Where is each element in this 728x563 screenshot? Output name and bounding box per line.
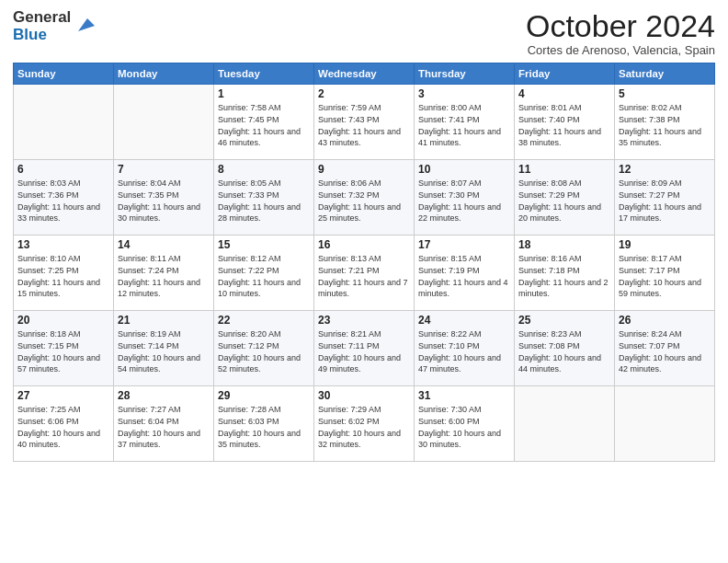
day-detail: Sunrise: 7:29 AM Sunset: 6:02 PM Dayligh… (318, 404, 410, 450)
day-number: 6 (17, 163, 109, 176)
day-number: 17 (418, 238, 510, 251)
day-number: 30 (318, 389, 410, 402)
location-subtitle: Cortes de Arenoso, Valencia, Spain (526, 43, 715, 57)
col-friday: Friday (515, 63, 615, 85)
day-detail: Sunrise: 7:27 AM Sunset: 6:04 PM Dayligh… (118, 404, 210, 450)
day-number: 18 (518, 238, 610, 251)
day-number: 22 (218, 314, 310, 327)
calendar-cell: 19Sunrise: 8:17 AM Sunset: 7:17 PM Dayli… (615, 236, 715, 311)
calendar-cell (14, 85, 114, 160)
calendar-cell: 11Sunrise: 8:08 AM Sunset: 7:29 PM Dayli… (515, 160, 615, 236)
calendar-cell: 7Sunrise: 8:04 AM Sunset: 7:35 PM Daylig… (114, 160, 214, 236)
calendar-cell: 24Sunrise: 8:22 AM Sunset: 7:10 PM Dayli… (415, 311, 515, 386)
col-wednesday: Wednesday (314, 63, 415, 85)
calendar-week-2: 6Sunrise: 8:03 AM Sunset: 7:36 PM Daylig… (14, 160, 715, 236)
col-sunday: Sunday (14, 63, 114, 85)
day-number: 11 (518, 163, 610, 176)
day-detail: Sunrise: 8:21 AM Sunset: 7:11 PM Dayligh… (318, 328, 410, 374)
header: General Blue October 2024 Cortes de Aren… (13, 9, 715, 57)
calendar-cell (515, 386, 615, 462)
calendar-cell: 22Sunrise: 8:20 AM Sunset: 7:12 PM Dayli… (214, 311, 314, 386)
svg-marker-0 (78, 18, 95, 31)
col-thursday: Thursday (415, 63, 515, 85)
logo-icon (74, 15, 95, 35)
day-detail: Sunrise: 8:02 AM Sunset: 7:38 PM Dayligh… (619, 102, 711, 148)
calendar-cell: 27Sunrise: 7:25 AM Sunset: 6:06 PM Dayli… (14, 386, 114, 462)
logo-general: General (13, 9, 71, 27)
day-detail: Sunrise: 8:19 AM Sunset: 7:14 PM Dayligh… (118, 328, 210, 374)
calendar-cell: 26Sunrise: 8:24 AM Sunset: 7:07 PM Dayli… (615, 311, 715, 386)
day-number: 12 (619, 163, 711, 176)
day-detail: Sunrise: 7:28 AM Sunset: 6:03 PM Dayligh… (218, 404, 310, 450)
calendar-cell: 15Sunrise: 8:12 AM Sunset: 7:22 PM Dayli… (214, 236, 314, 311)
day-number: 28 (118, 389, 210, 402)
calendar-cell: 12Sunrise: 8:09 AM Sunset: 7:27 PM Dayli… (615, 160, 715, 236)
calendar-cell: 29Sunrise: 7:28 AM Sunset: 6:03 PM Dayli… (214, 386, 314, 462)
day-number: 2 (318, 87, 410, 100)
day-detail: Sunrise: 8:08 AM Sunset: 7:29 PM Dayligh… (518, 178, 610, 224)
calendar-week-3: 13Sunrise: 8:10 AM Sunset: 7:25 PM Dayli… (14, 236, 715, 311)
calendar-cell: 9Sunrise: 8:06 AM Sunset: 7:32 PM Daylig… (314, 160, 415, 236)
title-area: October 2024 Cortes de Arenoso, Valencia… (526, 9, 715, 57)
calendar-cell: 16Sunrise: 8:13 AM Sunset: 7:21 PM Dayli… (314, 236, 415, 311)
calendar-cell: 28Sunrise: 7:27 AM Sunset: 6:04 PM Dayli… (114, 386, 214, 462)
calendar-cell: 5Sunrise: 8:02 AM Sunset: 7:38 PM Daylig… (615, 85, 715, 160)
day-detail: Sunrise: 8:09 AM Sunset: 7:27 PM Dayligh… (619, 178, 711, 224)
col-saturday: Saturday (615, 63, 715, 85)
day-number: 4 (518, 87, 610, 100)
day-number: 24 (418, 314, 510, 327)
calendar-cell: 25Sunrise: 8:23 AM Sunset: 7:08 PM Dayli… (515, 311, 615, 386)
day-number: 15 (218, 238, 310, 251)
day-detail: Sunrise: 7:58 AM Sunset: 7:45 PM Dayligh… (218, 102, 310, 148)
day-number: 10 (418, 163, 510, 176)
day-detail: Sunrise: 8:05 AM Sunset: 7:33 PM Dayligh… (218, 178, 310, 224)
day-detail: Sunrise: 8:01 AM Sunset: 7:40 PM Dayligh… (518, 102, 610, 148)
day-number: 3 (418, 87, 510, 100)
day-detail: Sunrise: 8:20 AM Sunset: 7:12 PM Dayligh… (218, 328, 310, 374)
day-detail: Sunrise: 8:03 AM Sunset: 7:36 PM Dayligh… (17, 178, 109, 224)
calendar-cell: 1Sunrise: 7:58 AM Sunset: 7:45 PM Daylig… (214, 85, 314, 160)
day-number: 23 (318, 314, 410, 327)
calendar-cell: 31Sunrise: 7:30 AM Sunset: 6:00 PM Dayli… (415, 386, 515, 462)
day-detail: Sunrise: 8:06 AM Sunset: 7:32 PM Dayligh… (318, 178, 410, 224)
day-detail: Sunrise: 8:15 AM Sunset: 7:19 PM Dayligh… (418, 253, 510, 299)
day-detail: Sunrise: 8:04 AM Sunset: 7:35 PM Dayligh… (118, 178, 210, 224)
calendar-week-5: 27Sunrise: 7:25 AM Sunset: 6:06 PM Dayli… (14, 386, 715, 462)
day-number: 25 (518, 314, 610, 327)
col-tuesday: Tuesday (214, 63, 314, 85)
logo-blue: Blue (13, 27, 71, 44)
calendar-week-4: 20Sunrise: 8:18 AM Sunset: 7:15 PM Dayli… (14, 311, 715, 386)
calendar-cell: 8Sunrise: 8:05 AM Sunset: 7:33 PM Daylig… (214, 160, 314, 236)
col-monday: Monday (114, 63, 214, 85)
calendar-cell (615, 386, 715, 462)
day-detail: Sunrise: 8:13 AM Sunset: 7:21 PM Dayligh… (318, 253, 410, 299)
month-title: October 2024 (526, 9, 715, 43)
calendar-cell: 23Sunrise: 8:21 AM Sunset: 7:11 PM Dayli… (314, 311, 415, 386)
calendar-cell: 3Sunrise: 8:00 AM Sunset: 7:41 PM Daylig… (415, 85, 515, 160)
day-detail: Sunrise: 7:30 AM Sunset: 6:00 PM Dayligh… (418, 404, 510, 450)
calendar-week-1: 1Sunrise: 7:58 AM Sunset: 7:45 PM Daylig… (14, 85, 715, 160)
calendar-cell: 13Sunrise: 8:10 AM Sunset: 7:25 PM Dayli… (14, 236, 114, 311)
day-number: 27 (17, 389, 109, 402)
day-detail: Sunrise: 8:24 AM Sunset: 7:07 PM Dayligh… (619, 328, 711, 374)
day-detail: Sunrise: 8:18 AM Sunset: 7:15 PM Dayligh… (17, 328, 109, 374)
day-detail: Sunrise: 8:16 AM Sunset: 7:18 PM Dayligh… (518, 253, 610, 299)
day-detail: Sunrise: 8:10 AM Sunset: 7:25 PM Dayligh… (17, 253, 109, 299)
day-number: 5 (619, 87, 711, 100)
calendar-cell: 2Sunrise: 7:59 AM Sunset: 7:43 PM Daylig… (314, 85, 415, 160)
calendar-cell: 18Sunrise: 8:16 AM Sunset: 7:18 PM Dayli… (515, 236, 615, 311)
calendar-cell: 30Sunrise: 7:29 AM Sunset: 6:02 PM Dayli… (314, 386, 415, 462)
calendar-cell: 6Sunrise: 8:03 AM Sunset: 7:36 PM Daylig… (14, 160, 114, 236)
day-number: 20 (17, 314, 109, 327)
day-number: 13 (17, 238, 109, 251)
day-number: 1 (218, 87, 310, 100)
calendar-cell: 20Sunrise: 8:18 AM Sunset: 7:15 PM Dayli… (14, 311, 114, 386)
day-number: 14 (118, 238, 210, 251)
day-detail: Sunrise: 8:23 AM Sunset: 7:08 PM Dayligh… (518, 328, 610, 374)
day-detail: Sunrise: 8:17 AM Sunset: 7:17 PM Dayligh… (619, 253, 711, 299)
day-detail: Sunrise: 8:22 AM Sunset: 7:10 PM Dayligh… (418, 328, 510, 374)
day-number: 29 (218, 389, 310, 402)
day-number: 16 (318, 238, 410, 251)
day-detail: Sunrise: 8:12 AM Sunset: 7:22 PM Dayligh… (218, 253, 310, 299)
day-number: 31 (418, 389, 510, 402)
